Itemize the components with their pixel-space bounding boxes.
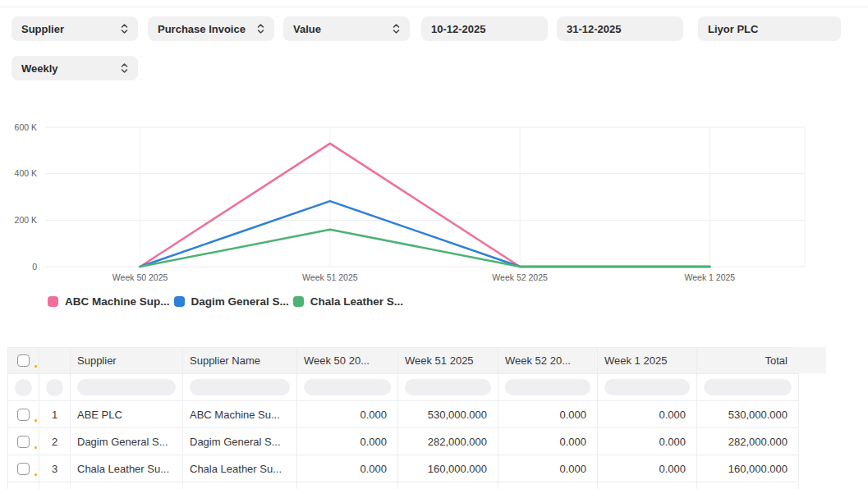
filter-cell <box>183 374 297 401</box>
filter-cell <box>498 374 598 401</box>
supplier-name-cell[interactable]: Chala Leather Su... <box>183 455 297 482</box>
tree-type-select[interactable]: Supplier <box>11 16 138 41</box>
filter-cell <box>8 374 39 401</box>
row-index[interactable]: 3 <box>39 455 71 482</box>
legend-item-chala[interactable]: Chala Leather S... <box>293 295 403 308</box>
value-field-select[interactable]: Value <box>283 16 410 41</box>
table-header-row: Supplier Supplier Name Week 50 20... Wee… <box>8 348 799 374</box>
svg-text:400 K: 400 K <box>15 168 37 178</box>
supplier-name-cell[interactable]: ABC Machine Su... <box>183 401 297 428</box>
supplier-cell[interactable]: ABE PLC <box>71 401 183 428</box>
filter-cell <box>697 374 799 401</box>
week1-column-header[interactable]: Week 1 2025 <box>598 348 697 374</box>
week1-cell[interactable]: 0.000 <box>598 455 697 482</box>
filter-row <box>8 374 799 401</box>
legend-marker-icon <box>48 296 58 307</box>
indicator-dot <box>34 419 37 422</box>
week51-cell[interactable]: 530,000.000 <box>398 401 498 428</box>
week1-cell[interactable]: 0.000 <box>598 401 697 428</box>
column-filter-input[interactable] <box>405 379 491 395</box>
svg-text:Week 51 2025: Week 51 2025 <box>302 272 358 282</box>
week52-cell <box>498 482 598 489</box>
week50-cell[interactable]: 0.000 <box>297 455 398 482</box>
filter-cell <box>297 374 398 401</box>
value-field-value: Value <box>293 23 321 35</box>
chevron-updown-icon <box>393 23 400 34</box>
from-date-input[interactable]: 10-12-2025 <box>421 16 548 41</box>
supplier-column-header[interactable]: Supplier <box>71 348 183 374</box>
company-value: Liyor PLC <box>708 23 758 35</box>
svg-text:Week 52 2025: Week 52 2025 <box>492 272 548 282</box>
week1-cell[interactable]: 0.000 <box>598 428 697 455</box>
supplier-cell[interactable]: Chala Leather Su... <box>71 455 183 482</box>
total-cell <box>697 482 799 489</box>
supplier-name-column-header[interactable]: Supplier Name <box>183 348 297 374</box>
legend-label: Dagim General S... <box>191 295 289 308</box>
chevron-updown-icon <box>257 23 264 34</box>
legend-item-abc[interactable]: ABC Machine Sup... <box>48 295 170 308</box>
week52-cell[interactable]: 0.000 <box>498 455 598 482</box>
to-date-input[interactable]: 31-12-2025 <box>557 16 683 41</box>
row-checkbox[interactable] <box>17 409 30 421</box>
index-column-header[interactable] <box>39 348 71 374</box>
total-column-header[interactable]: Total <box>697 348 799 374</box>
legend-marker-icon <box>174 296 185 307</box>
report-page: { "filters": { "tree_type": "Supplier", … <box>0 0 868 489</box>
week50-column-header[interactable]: Week 50 20... <box>297 348 398 374</box>
week52-column-header[interactable]: Week 52 20... <box>498 348 598 374</box>
svg-text:Week 1 2025: Week 1 2025 <box>685 272 736 282</box>
filter-cell <box>71 374 183 401</box>
column-filter-input[interactable] <box>704 379 792 395</box>
based-on-select[interactable]: Purchase Invoice <box>148 16 274 41</box>
row-index[interactable]: 1 <box>39 401 71 428</box>
total-cell[interactable]: 530,000.000 <box>697 401 799 428</box>
week51-cell[interactable]: 160,000.000 <box>398 455 498 482</box>
week50-cell <box>297 482 398 489</box>
supplier-name-cell <box>183 482 297 489</box>
total-cell[interactable]: 282,000.000 <box>697 428 799 455</box>
week50-cell[interactable]: 0.000 <box>297 401 398 428</box>
report-table: Supplier Supplier Name Week 50 20... Wee… <box>7 347 799 489</box>
supplier-name-cell[interactable]: Dagim General S... <box>183 428 297 455</box>
row-checkbox[interactable] <box>17 436 30 448</box>
week51-cell[interactable]: 282,000.000 <box>398 428 498 455</box>
row-index <box>39 482 71 489</box>
row-select-cell <box>8 401 39 428</box>
indicator-dot <box>34 446 37 449</box>
week52-cell[interactable]: 0.000 <box>498 428 598 455</box>
chevron-updown-icon <box>121 62 128 74</box>
week51-column-header[interactable]: Week 51 2025 <box>398 348 498 374</box>
filter-cell <box>39 374 71 401</box>
row-index[interactable]: 2 <box>39 428 71 455</box>
total-cell[interactable]: 160,000.000 <box>697 455 799 482</box>
table-row: 3 Chala Leather Su... Chala Leather Su..… <box>8 455 799 482</box>
column-filter-input[interactable] <box>604 379 690 395</box>
week50-cell[interactable]: 0.000 <box>297 428 398 455</box>
week52-cell[interactable]: 0.000 <box>498 401 598 428</box>
row-select-cell <box>8 428 39 455</box>
row-checkbox[interactable] <box>17 463 30 475</box>
column-filter-input[interactable] <box>505 379 590 395</box>
legend-marker-icon <box>293 296 304 307</box>
table-row: 1 ABE PLC ABC Machine Su... 0.000 530,00… <box>8 401 799 428</box>
tree-type-value: Supplier <box>21 23 64 35</box>
company-input[interactable]: Liyor PLC <box>698 16 841 41</box>
filter-cell <box>598 374 697 401</box>
select-all-cell <box>8 348 39 374</box>
svg-text:0: 0 <box>32 262 37 272</box>
indicator-dot <box>34 473 37 476</box>
select-all-checkbox[interactable] <box>17 354 30 367</box>
supplier-cell[interactable]: Dagim General S... <box>71 428 183 455</box>
frequency-value: Weekly <box>21 62 58 75</box>
top-divider <box>0 7 868 7</box>
legend-item-dagim[interactable]: Dagim General S... <box>174 295 289 308</box>
indicator-dot <box>34 365 37 368</box>
column-filter-input[interactable] <box>77 379 176 395</box>
chart-legend: ABC Machine Sup... Dagim General S... Ch… <box>48 295 403 308</box>
column-filter-input[interactable] <box>304 379 391 395</box>
filter-cell <box>398 374 498 401</box>
supplier-cell <box>71 482 183 489</box>
legend-label: Chala Leather S... <box>310 295 403 308</box>
column-filter-input[interactable] <box>190 379 290 395</box>
frequency-select[interactable]: Weekly <box>11 56 138 80</box>
